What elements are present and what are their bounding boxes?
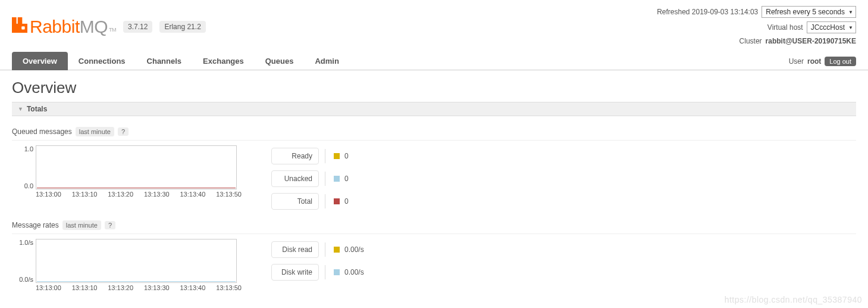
tab-connections[interactable]: Connections — [68, 52, 136, 70]
rates-range-chip[interactable]: last minute — [62, 220, 101, 230]
queued-range-chip[interactable]: last minute — [76, 127, 114, 136]
legend-row-total: Total 0 — [271, 193, 349, 210]
legend-label-unacked[interactable]: Unacked — [271, 170, 319, 187]
queued-ylabel-top: 1.0 — [12, 145, 33, 153]
queued-xlabel: 13:13:40 — [180, 191, 206, 198]
legend-value-diskread: 0.00/s — [344, 245, 364, 254]
swatch-diskwrite — [334, 269, 340, 275]
rates-ylabel-bottom: 0.0/s — [12, 276, 33, 283]
svg-rect-3 — [21, 26, 24, 29]
user-label: User — [789, 57, 804, 66]
user-value: root — [807, 57, 821, 66]
legend-value-ready: 0 — [344, 152, 349, 160]
legend-row-diskread: Disk read 0.00/s — [271, 241, 364, 258]
refreshed-label: Refreshed 2019-09-03 13:14:03 — [657, 8, 758, 16]
swatch-unacked — [334, 176, 340, 182]
legend-label-ready[interactable]: Ready — [271, 148, 319, 164]
tab-overview[interactable]: Overview — [12, 52, 68, 70]
rates-xlabel: 13:13:00 — [36, 284, 61, 291]
rates-ylabel-top: 1.0/s — [12, 239, 33, 246]
tab-channels[interactable]: Channels — [136, 52, 193, 70]
logout-button[interactable]: Log out — [825, 57, 856, 66]
nav-tabs: Overview Connections Channels Exchanges … — [12, 51, 350, 70]
rates-chart: 1.0/s 0.0/s 13:13:00 13:13:10 13:13:20 1… — [12, 239, 242, 291]
queued-ylabel-bottom: 0.0 — [12, 182, 33, 189]
swatch-total — [334, 198, 340, 204]
rates-help-chip[interactable]: ? — [105, 221, 115, 229]
rates-xlabel: 13:13:30 — [144, 284, 170, 291]
cluster-label: Cluster — [739, 37, 762, 45]
queued-xlabel: 13:13:50 — [216, 191, 242, 198]
brand-tm: TM — [109, 27, 116, 33]
legend-label-diskread[interactable]: Disk read — [271, 241, 319, 258]
queued-title: Queued messages — [12, 127, 72, 136]
rates-xlabel: 13:13:20 — [108, 284, 133, 291]
section-totals-header[interactable]: ▼ Totals — [12, 102, 856, 116]
rates-title: Message rates — [12, 221, 59, 229]
legend-label-diskwrite[interactable]: Disk write — [271, 264, 319, 281]
erlang-badge: Erlang 21.2 — [159, 21, 205, 33]
vhost-select[interactable]: JCcccHost — [807, 21, 856, 33]
cluster-value: rabbit@USER-20190715KE — [766, 37, 856, 45]
queued-plot-area — [36, 145, 237, 189]
legend-value-unacked: 0 — [344, 175, 349, 183]
rates-xlabel: 13:13:10 — [72, 284, 98, 291]
swatch-ready — [334, 153, 340, 159]
tab-exchanges[interactable]: Exchanges — [192, 52, 255, 70]
tab-admin[interactable]: Admin — [304, 52, 349, 70]
legend-row-diskwrite: Disk write 0.00/s — [271, 264, 364, 281]
legend-label-total[interactable]: Total — [271, 193, 319, 210]
rates-xlabel: 13:13:50 — [216, 284, 242, 291]
brand-text-rabbit: Rabbit — [30, 17, 80, 37]
header-right: Refreshed 2019-09-03 13:14:03 Refresh ev… — [657, 6, 856, 49]
queued-xlabel: 13:13:00 — [36, 191, 61, 198]
brand-text-mq: MQ — [80, 17, 108, 37]
version-badge: 3.7.12 — [123, 21, 152, 33]
queued-help-chip[interactable]: ? — [118, 127, 129, 136]
swatch-diskread — [334, 247, 340, 253]
queued-xlabel: 13:13:30 — [144, 191, 170, 198]
legend-row-unacked: Unacked 0 — [271, 170, 349, 187]
chevron-down-icon: ▼ — [18, 106, 23, 112]
rates-subheader: Message rates last minute ? — [12, 220, 856, 234]
page-title: Overview — [12, 79, 856, 97]
queued-xlabel: 13:13:20 — [108, 191, 133, 198]
queued-subheader: Queued messages last minute ? — [12, 127, 856, 141]
svg-rect-2 — [12, 24, 27, 33]
rates-legend: Disk read 0.00/s Disk write 0.00/s — [271, 241, 364, 281]
queued-chart: 1.0 0.0 13:13:00 13:13:10 13:13:20 13:13… — [12, 145, 242, 198]
logo-area: RabbitMQTM 3.7.12 Erlang 21.2 — [12, 6, 206, 37]
legend-row-ready: Ready 0 — [271, 148, 349, 164]
section-totals-label: Totals — [27, 105, 47, 113]
vhost-label: Virtual host — [767, 23, 803, 32]
legend-value-total: 0 — [344, 197, 349, 206]
refresh-interval-select[interactable]: Refresh every 5 seconds — [762, 6, 856, 18]
rates-xlabel: 13:13:40 — [180, 284, 206, 291]
rates-plot-area — [36, 239, 237, 283]
queued-xlabel: 13:13:10 — [72, 191, 98, 198]
legend-value-diskwrite: 0.00/s — [344, 268, 364, 276]
queued-legend: Ready 0 Unacked 0 Total 0 — [271, 148, 349, 210]
rabbitmq-icon — [12, 17, 27, 33]
tab-queues[interactable]: Queues — [255, 52, 305, 70]
brand-logo: RabbitMQTM — [12, 17, 116, 37]
